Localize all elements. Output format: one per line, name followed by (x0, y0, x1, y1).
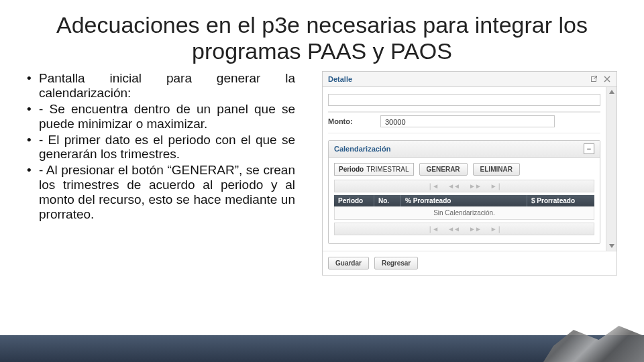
generar-button[interactable]: GENERAR (419, 163, 468, 176)
first-page-icon[interactable]: ❘◄ (427, 225, 438, 233)
guardar-button[interactable]: Guardar (328, 257, 369, 269)
pager-bottom: ❘◄ ◄◄ ►► ►❘ (334, 223, 594, 235)
next-page-icon[interactable]: ►► (469, 182, 481, 190)
periodo-label: Periodo (339, 166, 364, 173)
periodo-select[interactable]: Periodo TRIMESTRAL (334, 163, 414, 176)
eliminar-button[interactable]: ELIMINAR (473, 163, 520, 176)
periodo-value: TRIMESTRAL (366, 166, 409, 173)
app-screenshot: Detalle (322, 71, 617, 276)
scroll-down-icon[interactable] (609, 244, 614, 248)
bullet-item: Pantalla inicial para generar la calenda… (39, 71, 295, 101)
prev-page-icon[interactable]: ◄◄ (447, 182, 460, 190)
col-periodo: Periodo (334, 195, 374, 206)
bullet-list: •Pantalla inicial para generar la calend… (27, 71, 309, 276)
col-monto-prorrateado: $ Prorrateado (527, 195, 594, 206)
next-page-icon[interactable]: ►► (469, 225, 481, 233)
slide-title: Adecuaciones en el p3e necesarias para i… (0, 0, 644, 71)
monto-label: Monto: (328, 117, 375, 125)
aplicacion-field[interactable] (328, 94, 600, 106)
popout-icon[interactable] (590, 75, 598, 83)
regresar-button[interactable]: Regresar (374, 257, 418, 269)
bullet-item: - Se encuentra dentro de un panel que se… (39, 102, 295, 131)
bullet-item: - Al presionar el botón “GENERAR”, se cr… (39, 163, 295, 221)
bullet-item: - El primer dato es el periodo con el qu… (39, 133, 295, 162)
pager-top: ❘◄ ◄◄ ►► ►❘ (334, 180, 594, 192)
close-icon[interactable] (603, 75, 611, 83)
prev-page-icon[interactable]: ◄◄ (447, 225, 460, 233)
footer-image (543, 322, 644, 362)
detalle-title: Detalle (328, 75, 352, 83)
first-page-icon[interactable]: ❘◄ (427, 182, 438, 190)
scroll-up-icon[interactable] (609, 90, 614, 94)
grid-empty-message: Sin Calendarización. (334, 206, 594, 220)
col-pct-prorrateado: % Prorrateado (401, 195, 527, 206)
collapse-button[interactable]: − (584, 143, 594, 154)
last-page-icon[interactable]: ►❘ (490, 182, 501, 190)
grid-header: Periodo No. % Prorrateado $ Prorrateado (334, 195, 594, 206)
slide-body: •Pantalla inicial para generar la calend… (0, 71, 644, 276)
detalle-header: Detalle (323, 72, 616, 87)
calendarizacion-panel: Calendarización − Periodo TRIMESTRAL GEN… (328, 140, 600, 244)
last-page-icon[interactable]: ►❘ (490, 225, 501, 233)
calendarizacion-title: Calendarización (334, 145, 390, 153)
monto-input[interactable]: 30000 (380, 115, 555, 127)
vertical-scrollbar[interactable] (606, 87, 616, 251)
col-no: No. (374, 195, 401, 206)
